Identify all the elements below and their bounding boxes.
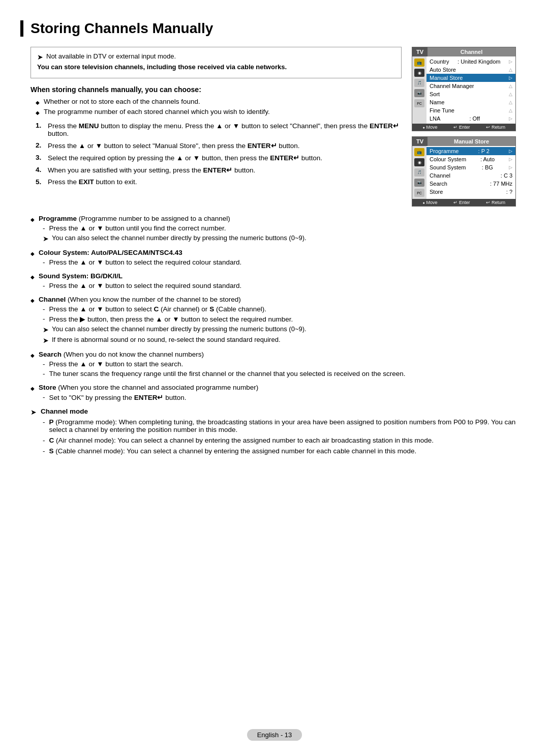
step-text: When you are satisfied with your setting… bbox=[48, 166, 402, 174]
step-text: Select the required option by pressing t… bbox=[48, 154, 402, 162]
feature-search: ◆ Search (When you do not know the chann… bbox=[30, 351, 518, 377]
list-item: - Press the ▲ or ▼ button to select the … bbox=[43, 258, 518, 266]
tv-menu-item: Sound System: BG▷ bbox=[426, 163, 515, 171]
sidebar-icon: PC bbox=[414, 189, 424, 197]
page-footer: English - 13 bbox=[0, 729, 549, 741]
tv-menu-item: Colour System: Auto▷ bbox=[426, 155, 515, 163]
step-2: 2. Press the ▲ or ▼ button to select "Ma… bbox=[36, 141, 402, 150]
tv-menu-items: Programme: P 2▷ Colour System: Auto▷ Sou… bbox=[426, 146, 515, 199]
sidebar-icon: 🎵 bbox=[414, 79, 424, 87]
step-number: 5. bbox=[36, 178, 44, 186]
footer-text: English - 13 bbox=[247, 729, 302, 741]
sidebar-icon: 📺 bbox=[414, 59, 424, 67]
tv-menu-item: Search: 77 MHz bbox=[426, 180, 515, 188]
note-line2: You can store television channels, inclu… bbox=[37, 63, 287, 71]
tv-menu-item: Channel Manager△ bbox=[426, 82, 515, 90]
sub-note: ➤ You can also select the channel number… bbox=[30, 325, 518, 334]
list-item: - Press the ▶ button, then press the ▲ o… bbox=[43, 315, 518, 323]
step-number: 2. bbox=[36, 141, 44, 150]
note-line1: Not available in DTV or external input m… bbox=[46, 52, 176, 60]
tv-header-channel: Channel bbox=[428, 47, 515, 56]
sub-note: ➤ You can also select the channel number… bbox=[30, 234, 518, 243]
bullet-icon: ◆ bbox=[30, 298, 35, 303]
tv-menu-item: Country: United Kingdom▷ bbox=[426, 57, 515, 66]
step-text: Press the ▲ or ▼ button to select "Manua… bbox=[48, 141, 402, 150]
tv-menu-item: Store: ? bbox=[426, 188, 515, 196]
bullet-icon: ◆ bbox=[36, 110, 40, 115]
tv-menu-item-selected: Manual Store▷ bbox=[426, 74, 515, 82]
list-item: - P (Programme mode): When completing tu… bbox=[43, 418, 518, 433]
list-item: ◆ Whether or not to store each of the ch… bbox=[36, 98, 402, 105]
list-item: ◆ The programme number of each stored ch… bbox=[36, 108, 402, 115]
list-item: - S (Cable channel mode): You can select… bbox=[43, 447, 518, 455]
sidebar-icon: ◉ bbox=[414, 158, 424, 166]
sidebar-icon: 🎵 bbox=[414, 168, 424, 177]
sidebar-icon: 📺 bbox=[414, 148, 424, 156]
tv-menu-item: Auto Store△ bbox=[426, 66, 515, 74]
list-item: - Press the ▲ or ▼ button to select the … bbox=[43, 282, 518, 289]
feature-colour-system: ◆ Colour System: Auto/PAL/SECAM/NTSC4.43… bbox=[30, 249, 518, 266]
tv-header-manual-store: Manual Store bbox=[428, 137, 515, 146]
step-number: 1. bbox=[36, 122, 44, 137]
feature-channel: ◆ Channel (When you know the number of t… bbox=[30, 296, 518, 344]
bullet-icon: ◆ bbox=[36, 100, 40, 105]
tv-menu-items: Country: United Kingdom▷ Auto Store△ Man… bbox=[426, 56, 515, 124]
tv-menu-sidebar: 📺 ◉ 🎵 📷 PC bbox=[412, 146, 426, 199]
sidebar-icon: PC bbox=[414, 99, 424, 107]
list-item: - Press the ▲ or ▼ button until you find… bbox=[43, 224, 518, 232]
step-3: 3. Select the required option by pressin… bbox=[36, 154, 402, 162]
tv-menu-channel: TV Channel 📺 ◉ 🎵 📷 PC Country: United Ki… bbox=[412, 47, 516, 131]
step-text: Press the EXIT button to exit. bbox=[48, 178, 402, 186]
bullet-icon: ◆ bbox=[30, 386, 35, 391]
step-number: 3. bbox=[36, 154, 44, 162]
page-title: Storing Channels Manually bbox=[20, 20, 518, 37]
tv-menu-footer: ⬥ Move ↵ Enter ↩ Return bbox=[412, 124, 515, 131]
sidebar-icon: 📷 bbox=[414, 89, 424, 97]
feature-sound-system: ◆ Sound System: BG/DK/I/L - Press the ▲ … bbox=[30, 272, 518, 289]
tv-header-label: TV bbox=[412, 47, 428, 56]
step-4: 4. When you are satisfied with your sett… bbox=[36, 166, 402, 174]
list-item: - Press the ▲ or ▼ button to select C (A… bbox=[43, 305, 518, 313]
step-text: Press the MENU button to display the men… bbox=[48, 122, 402, 137]
list-item: - The tuner scans the frequency range un… bbox=[43, 370, 518, 377]
list-item: - Set to "OK" by pressing the ENTER↵ but… bbox=[43, 393, 518, 401]
step-number: 4. bbox=[36, 166, 44, 174]
step-5: 5. Press the EXIT button to exit. bbox=[36, 178, 402, 186]
tv-menu-item: Fine Tune△ bbox=[426, 106, 515, 114]
bullet-list: ◆ Whether or not to store each of the ch… bbox=[30, 98, 402, 115]
feature-store: ◆ Store (When you store the channel and … bbox=[30, 384, 518, 401]
bullet-icon: ◆ bbox=[30, 251, 35, 256]
channel-mode-section: ➤ Channel mode - P (Programme mode): Whe… bbox=[30, 408, 518, 455]
tv-menu-sidebar: 📺 ◉ 🎵 📷 PC bbox=[412, 56, 426, 124]
note-box: ➤ Not available in DTV or external input… bbox=[30, 47, 402, 78]
feature-programme: ◆ Programme (Programme number to be assi… bbox=[30, 215, 518, 243]
numbered-list: 1. Press the MENU button to display the … bbox=[30, 122, 402, 186]
list-item: - C (Air channel mode): You can select a… bbox=[43, 437, 518, 444]
list-item: - Press the ▲ or ▼ button to start the s… bbox=[43, 360, 518, 368]
tv-menu-item: LNA: Off▷ bbox=[426, 114, 515, 123]
sub-note: ➤ If there is abnormal sound or no sound… bbox=[30, 336, 518, 344]
bullet-icon: ◆ bbox=[30, 353, 35, 358]
note-arrow-icon: ➤ bbox=[37, 53, 43, 61]
sidebar-icon: ◉ bbox=[414, 69, 424, 77]
bullet-icon: ◆ bbox=[30, 217, 35, 222]
tv-menu-item-selected: Programme: P 2▷ bbox=[426, 147, 515, 155]
tv-menu-manual-store: TV Manual Store 📺 ◉ 🎵 📷 PC Programme: P … bbox=[412, 136, 516, 207]
tv-header-label: TV bbox=[412, 137, 428, 146]
tv-menu-footer: ⬥ Move ↵ Enter ↩ Return bbox=[412, 199, 515, 206]
sidebar-icon: 📷 bbox=[414, 179, 424, 187]
bullet-icon: ◆ bbox=[30, 274, 35, 280]
tv-menu-item: Sort△ bbox=[426, 90, 515, 98]
tv-images: TV Channel 📺 ◉ 🎵 📷 PC Country: United Ki… bbox=[412, 47, 518, 207]
section-heading: When storing channels manually, you can … bbox=[30, 85, 402, 94]
step-1: 1. Press the MENU button to display the … bbox=[36, 122, 402, 137]
tv-menu-item: Name△ bbox=[426, 98, 515, 106]
tv-menu-item: Channel: C 3 bbox=[426, 171, 515, 180]
